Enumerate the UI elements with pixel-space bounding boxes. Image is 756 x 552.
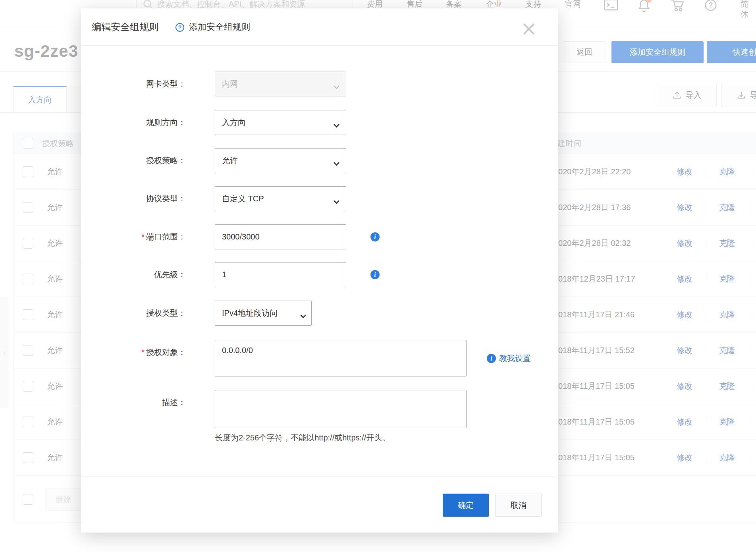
dialog-title: 编辑安全组规则 [92,8,158,46]
chevron-down-icon [300,311,307,320]
info-icon[interactable]: i [487,354,496,363]
field-label: 网卡类型： [81,71,186,97]
dialog-subtitle: 添加安全组规则 [189,8,250,46]
dialog-header: 编辑安全组规则 ? 添加安全组规则 [81,8,558,46]
field-row-auth-type: 授权类型： IPv4地址段访问 [81,301,558,326]
field-row-description: 描述： [81,390,558,428]
teach-me-link[interactable]: 教我设置 [499,340,531,376]
chevron-down-icon [333,121,340,130]
field-label: 授权策略： [81,148,186,173]
info-icon[interactable]: i [370,270,380,279]
description-hint: 长度为2-256个字符，不能以http://或https://开头。 [215,432,390,443]
required-asterisk: * [141,232,145,241]
field-label: *端口范围： [81,224,186,249]
field-label: 授权类型： [81,301,186,326]
nic-type-select: 内网 [215,71,346,97]
auth-object-textarea[interactable]: 0.0.0.0/0 [215,340,467,376]
field-row-priority: 优先级： i [81,262,558,287]
field-label: 协议类型： [81,186,186,211]
port-range-input[interactable] [215,224,346,249]
field-row-protocol: 协议类型： 自定义 TCP [81,186,558,211]
field-label: 规则方向： [81,110,186,135]
auth-type-select[interactable]: IPv4地址段访问 [215,301,312,326]
field-row-auth-object: *授权对象： 0.0.0.0/0 i 教我设置 [81,340,558,376]
field-label: *授权对象： [81,340,186,365]
priority-input[interactable] [215,262,346,287]
chevron-down-icon [333,82,340,91]
protocol-select[interactable]: 自定义 TCP [215,186,346,211]
description-textarea[interactable] [215,390,467,428]
footer-divider [81,477,558,477]
required-asterisk: * [141,348,145,357]
policy-select[interactable]: 允许 [215,148,346,173]
help-circle-icon[interactable]: ? [176,23,184,32]
edit-security-group-rule-dialog: 编辑安全组规则 ? 添加安全组规则 网卡类型： 内网 规则方向： 入方向 授权策… [81,8,558,533]
direction-select[interactable]: 入方向 [215,110,346,135]
field-row-policy: 授权策略： 允许 [81,148,558,173]
field-label: 描述： [81,390,186,415]
close-icon[interactable] [519,19,539,39]
cancel-button[interactable]: 取消 [495,494,542,517]
confirm-button[interactable]: 确定 [443,494,489,517]
field-label: 优先级： [81,262,186,287]
chevron-down-icon [333,159,340,168]
info-icon[interactable]: i [370,232,380,241]
field-row-port-range: *端口范围： i [81,224,558,249]
chevron-down-icon [333,197,340,206]
field-row-direction: 规则方向： 入方向 [81,110,558,135]
field-row-nic-type: 网卡类型： 内网 [81,71,558,97]
